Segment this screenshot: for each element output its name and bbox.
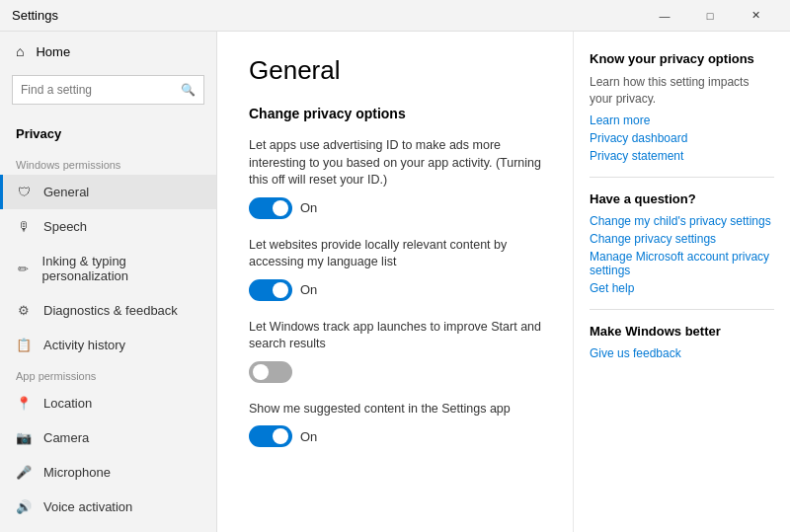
sidebar-item-diagnostics[interactable]: ⚙ Diagnostics & feedback (0, 293, 216, 328)
section-title: Change privacy options (249, 106, 541, 121)
close-button[interactable]: ✕ (733, 0, 778, 32)
toggle-row-3 (249, 361, 541, 383)
home-icon: ⌂ (16, 43, 24, 59)
know-privacy-description: Learn how this setting impacts your priv… (590, 74, 774, 108)
divider-1 (590, 177, 774, 178)
main-content: General Change privacy options Let apps … (217, 32, 573, 532)
link-privacy-dashboard[interactable]: Privacy dashboard (590, 131, 774, 145)
link-privacy-statement[interactable]: Privacy statement (590, 149, 774, 163)
sidebar-item-diagnostics-label: Diagnostics & feedback (43, 303, 178, 318)
sidebar-item-voice[interactable]: 🔊 Voice activation (0, 490, 216, 524)
search-input[interactable] (21, 83, 175, 97)
sidebar: ⌂ Home 🔍 Privacy Windows permissions 🛡 G… (0, 32, 217, 532)
sidebar-item-microphone-label: Microphone (43, 465, 111, 480)
option-language: Let websites provide locally relevant co… (249, 237, 541, 301)
page-title: General (249, 55, 541, 86)
sidebar-item-location[interactable]: 📍 Location (0, 386, 216, 420)
microphone-icon: 🎤 (16, 465, 32, 480)
right-panel: Know your privacy options Learn how this… (573, 32, 790, 532)
toggle-row-1: On (249, 197, 541, 219)
link-change-privacy[interactable]: Change privacy settings (590, 232, 774, 246)
voice-icon: 🔊 (16, 499, 32, 514)
link-manage-account[interactable]: Manage Microsoft account privacy setting… (590, 250, 774, 277)
sidebar-item-microphone[interactable]: 🎤 Microphone (0, 455, 216, 490)
toggle-knob-4 (273, 428, 288, 444)
option-suggested-content: Show me suggested content in the Setting… (249, 401, 541, 448)
sidebar-item-activity[interactable]: 📋 Activity history (0, 328, 216, 362)
sidebar-item-inking-label: Inking & typing personalization (42, 254, 200, 283)
option-advertising-id-text: Let apps use advertising ID to make ads … (249, 137, 541, 190)
make-windows-title: Make Windows better (590, 324, 774, 339)
maximize-button[interactable]: □ (687, 0, 733, 32)
sidebar-item-location-label: Location (43, 396, 92, 411)
general-icon: 🛡 (16, 185, 32, 199)
windows-permissions-label: Windows permissions (0, 151, 216, 175)
link-feedback[interactable]: Give us feedback (590, 346, 774, 360)
search-icon: 🔍 (181, 83, 196, 97)
option-advertising-id: Let apps use advertising ID to make ads … (249, 137, 541, 219)
toggle-knob-2 (273, 282, 288, 298)
toggle-track-launches[interactable] (249, 361, 292, 383)
activity-icon: 📋 (16, 338, 32, 352)
camera-icon: 📷 (16, 430, 32, 445)
link-childs-privacy[interactable]: Change my child's privacy settings (590, 214, 774, 228)
sidebar-item-general[interactable]: 🛡 General (0, 175, 216, 209)
title-bar-controls: — □ ✕ (642, 0, 778, 32)
sidebar-item-inking[interactable]: ✏ Inking & typing personalization (0, 244, 216, 293)
sidebar-item-speech[interactable]: 🎙 Speech (0, 209, 216, 244)
app-layout: ⌂ Home 🔍 Privacy Windows permissions 🛡 G… (0, 32, 790, 532)
sidebar-item-camera-label: Camera (43, 430, 89, 445)
toggle-label-1: On (300, 200, 317, 215)
toggle-suggested-content[interactable] (249, 425, 292, 447)
inking-icon: ✏ (16, 262, 31, 276)
toggle-language[interactable] (249, 279, 292, 301)
minimize-button[interactable]: — (642, 0, 687, 32)
sidebar-item-notifications[interactable]: 🔔 Notifications (0, 524, 216, 532)
option-language-text: Let websites provide locally relevant co… (249, 237, 541, 271)
option-track-launches: Let Windows track app launches to improv… (249, 319, 541, 383)
have-question-title: Have a question? (590, 191, 774, 206)
know-privacy-title: Know your privacy options (590, 51, 774, 66)
toggle-advertising-id[interactable] (249, 197, 292, 219)
title-bar-title: Settings (12, 8, 58, 23)
search-box[interactable]: 🔍 (12, 75, 204, 105)
divider-2 (590, 309, 774, 310)
option-track-launches-text: Let Windows track app launches to improv… (249, 319, 541, 353)
sidebar-item-camera[interactable]: 📷 Camera (0, 420, 216, 455)
sidebar-item-voice-label: Voice activation (43, 499, 132, 514)
toggle-row-2: On (249, 279, 541, 301)
sidebar-item-activity-label: Activity history (43, 338, 125, 352)
diagnostics-icon: ⚙ (16, 303, 32, 318)
link-learn-more[interactable]: Learn more (590, 114, 774, 127)
title-bar: Settings — □ ✕ (0, 0, 790, 32)
toggle-knob-1 (273, 200, 288, 216)
app-permissions-label: App permissions (0, 362, 216, 386)
home-label: Home (36, 44, 70, 59)
toggle-row-4: On (249, 425, 541, 447)
toggle-label-2: On (300, 282, 317, 297)
privacy-label: Privacy (0, 116, 216, 151)
speech-icon: 🎙 (16, 219, 32, 234)
sidebar-item-home[interactable]: ⌂ Home (0, 32, 216, 71)
toggle-label-4: On (300, 429, 317, 444)
link-get-help[interactable]: Get help (590, 281, 774, 295)
option-suggested-content-text: Show me suggested content in the Setting… (249, 401, 541, 418)
location-icon: 📍 (16, 396, 32, 411)
sidebar-item-general-label: General (43, 185, 89, 199)
sidebar-item-speech-label: Speech (43, 219, 87, 234)
toggle-knob-3 (253, 364, 269, 380)
